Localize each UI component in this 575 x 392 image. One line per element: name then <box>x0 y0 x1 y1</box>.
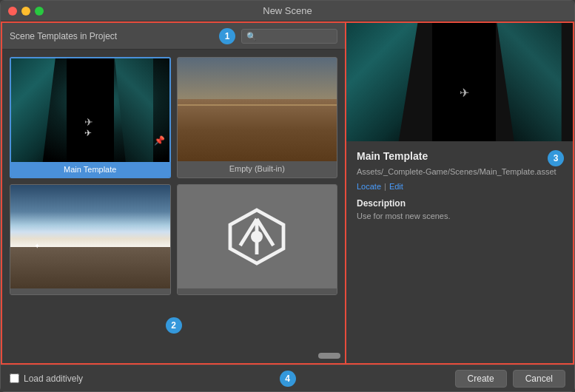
window-title: New Scene <box>263 5 312 16</box>
unity-template-label <box>178 288 337 294</box>
pin-icon: 📌 <box>154 135 165 146</box>
preview-thumbnail: ✈ <box>346 23 573 141</box>
header-right: 1 <box>219 28 337 44</box>
unity-logo-icon <box>227 207 286 266</box>
main-template-thumbnail: ✈ 📌 <box>11 58 169 162</box>
info-section: Main Template Assets/_Complete-Game/Scen… <box>346 141 573 363</box>
empty-template-label: Empty (Built-in) <box>178 161 337 176</box>
left-panel: Scene Templates in Project 1 <box>1 21 346 365</box>
sky-template-thumbnail: ✦ <box>10 185 170 288</box>
badge-2: 2 <box>166 317 182 334</box>
right-panel: ✈ Main Template Assets/_Complete-Game/Sc… <box>346 21 574 365</box>
locate-link[interactable]: Locate <box>357 182 381 191</box>
edit-link[interactable]: Edit <box>389 182 403 191</box>
bottom-buttons: Create Cancel <box>455 370 565 388</box>
description-title: Description <box>357 198 562 209</box>
panel-title: Scene Templates in Project <box>10 31 117 41</box>
maximize-button[interactable] <box>35 7 44 16</box>
sky-scene: ✦ <box>10 185 170 288</box>
desert-scene <box>178 58 337 161</box>
minimize-button[interactable] <box>21 7 30 16</box>
badge-4: 4 <box>280 371 296 387</box>
search-input[interactable] <box>241 29 337 44</box>
title-bar: New Scene <box>1 1 574 21</box>
close-button[interactable] <box>8 7 17 16</box>
left-panel-header: Scene Templates in Project 1 <box>2 23 345 50</box>
unity-scene <box>178 185 337 288</box>
sky-template-label <box>10 288 170 294</box>
template-card-sky[interactable]: ✦ <box>10 184 171 295</box>
sky-star-icon: ✦ <box>34 242 40 248</box>
create-button[interactable]: Create <box>455 370 507 388</box>
svg-point-0 <box>251 231 263 243</box>
unity-template-thumbnail <box>178 185 337 288</box>
template-grid: ✈ 📌 Main Template <box>2 50 345 303</box>
template-card-unity[interactable] <box>177 184 338 295</box>
description-text: Use for most new scenes. <box>357 212 562 220</box>
scrollbar-thumb[interactable] <box>318 353 340 359</box>
empty-template-thumbnail <box>178 58 337 161</box>
load-additively-section: Load additively <box>10 374 83 384</box>
space-scene: ✈ <box>11 58 169 162</box>
template-links: Locate | Edit <box>357 182 562 191</box>
load-additively-checkbox[interactable] <box>10 374 19 383</box>
cancel-button[interactable]: Cancel <box>513 370 565 388</box>
preview-space-scene: ✈ <box>346 23 573 141</box>
bottom-bar: Load additively 4 Create Cancel <box>1 365 574 391</box>
link-separator: | <box>384 182 386 191</box>
main-template-label: Main Template <box>11 162 169 177</box>
template-name-title: Main Template <box>357 150 562 162</box>
traffic-lights <box>8 7 44 16</box>
spacecraft-icon: ✈ <box>84 116 96 131</box>
load-additively-label: Load additively <box>24 374 83 384</box>
main-content: Scene Templates in Project 1 <box>1 21 574 365</box>
grid-scroll-container: ✈ 📌 Main Template <box>2 50 345 363</box>
preview-spacecraft-icon: ✈ <box>460 86 469 100</box>
badge-3: 3 <box>548 150 564 166</box>
badge-1: 1 <box>219 28 235 44</box>
template-card-main[interactable]: ✈ 📌 Main Template <box>10 57 171 178</box>
new-scene-window: New Scene Scene Templates in Project 1 <box>0 0 575 392</box>
template-path: Assets/_Complete-Game/Scenes/Main_Templa… <box>357 166 562 178</box>
template-card-empty[interactable]: Empty (Built-in) <box>177 57 338 178</box>
